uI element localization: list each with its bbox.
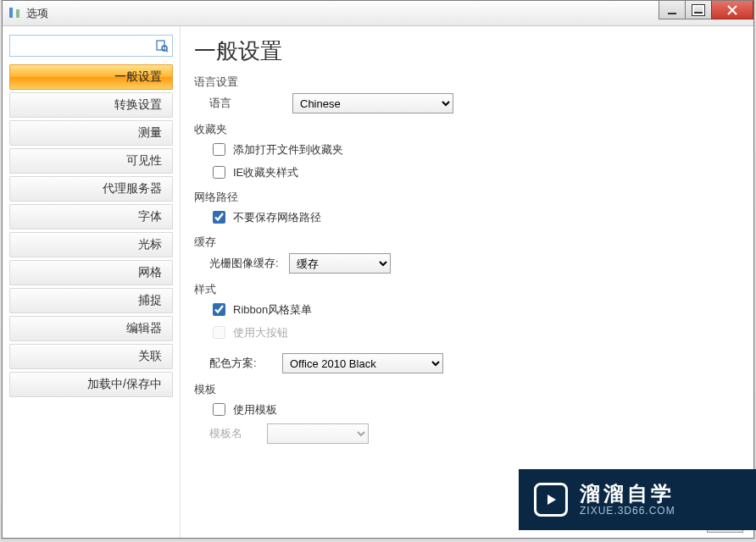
color-scheme-label: 配色方案: (209, 356, 275, 371)
sidebar-item-font[interactable]: 字体 (9, 204, 173, 230)
svg-rect-0 (157, 41, 164, 50)
raster-cache-select[interactable]: 缓存 (289, 253, 391, 274)
play-icon (534, 483, 568, 517)
search-icon[interactable] (153, 36, 171, 55)
svg-line-2 (166, 50, 168, 52)
group-label: 模板 (194, 382, 737, 397)
language-select[interactable]: Chinese (292, 93, 453, 113)
options-dialog: 选项 一般设置 转换设置 测量 可见性 代理服务器 字体 光标 网格 (2, 0, 754, 539)
sidebar-item-label: 网格 (138, 265, 162, 280)
group-label: 语言设置 (194, 75, 737, 90)
sidebar-item-snap[interactable]: 捕捉 (9, 288, 173, 313)
window-controls (659, 1, 753, 21)
add-recent-checkbox[interactable]: 添加打开文件到收藏夹 (209, 141, 737, 158)
group-cache: 缓存 光栅图像缓存: 缓存 (194, 235, 737, 274)
group-label: 缓存 (194, 235, 737, 250)
sidebar-item-general[interactable]: 一般设置 (9, 64, 173, 90)
sidebar-item-label: 加载中/保存中 (87, 377, 162, 392)
group-style: 样式 Ribbon风格菜单 使用大按钮 配色方案: Office 2010 Bl… (194, 282, 737, 373)
group-template: 模板 使用模板 模板名 (194, 382, 737, 444)
app-icon (8, 7, 21, 20)
color-scheme-select[interactable]: Office 2010 Black (282, 353, 443, 373)
ie-style-checkbox[interactable]: IE收藏夹样式 (209, 163, 737, 181)
content-panel: 一般设置 语言设置 语言 Chinese 收藏夹 添加打开文件到收藏夹 IE收藏… (181, 26, 753, 538)
sidebar-item-label: 捕捉 (138, 293, 162, 308)
minimize-button[interactable] (659, 1, 686, 19)
sidebar-item-cursor[interactable]: 光标 (9, 232, 173, 257)
titlebar[interactable]: 选项 (3, 1, 753, 26)
group-favorites: 收藏夹 添加打开文件到收藏夹 IE收藏夹样式 (194, 122, 737, 181)
template-name-select[interactable] (267, 423, 369, 444)
sidebar-item-label: 一般设置 (114, 69, 162, 85)
big-buttons-checkbox[interactable]: 使用大按钮 (209, 324, 737, 341)
sidebar-item-proxy[interactable]: 代理服务器 (9, 176, 173, 202)
raster-cache-label: 光栅图像缓存: (209, 256, 279, 271)
group-network: 网络路径 不要保存网络路径 (194, 190, 737, 226)
sidebar-item-editor[interactable]: 编辑器 (9, 316, 173, 341)
sidebar-item-label: 转换设置 (114, 97, 162, 113)
template-name-label: 模板名 (209, 426, 260, 441)
ribbon-checkbox[interactable]: Ribbon风格菜单 (209, 301, 737, 318)
sidebar: 一般设置 转换设置 测量 可见性 代理服务器 字体 光标 网格 捕捉 编辑器 关… (3, 26, 181, 538)
svg-marker-3 (548, 495, 556, 505)
group-label: 网络路径 (194, 190, 737, 205)
no-save-net-checkbox[interactable]: 不要保存网络路径 (209, 208, 737, 226)
page-title: 一般设置 (194, 36, 737, 66)
sidebar-item-label: 代理服务器 (103, 181, 162, 196)
sidebar-item-load-save[interactable]: 加载中/保存中 (9, 372, 173, 397)
sidebar-item-visibility[interactable]: 可见性 (9, 148, 173, 174)
sidebar-item-measure[interactable]: 测量 (9, 120, 173, 146)
watermark-title: 溜溜自学 (580, 483, 675, 505)
sidebar-item-label: 关联 (138, 349, 162, 364)
close-button[interactable] (711, 1, 753, 19)
group-label: 收藏夹 (194, 122, 737, 137)
window-title: 选项 (26, 6, 48, 21)
watermark-url: ZIXUE.3D66.COM (580, 506, 675, 517)
sidebar-item-assoc[interactable]: 关联 (9, 344, 173, 369)
sidebar-item-label: 可见性 (126, 153, 162, 169)
search-input[interactable] (9, 35, 173, 57)
sidebar-item-label: 字体 (138, 209, 162, 224)
sidebar-item-label: 测量 (138, 125, 162, 141)
sidebar-item-label: 光标 (138, 237, 162, 252)
watermark: 溜溜自学 ZIXUE.3D66.COM (519, 469, 756, 530)
sidebar-item-grid[interactable]: 网格 (9, 260, 173, 285)
language-label: 语言 (209, 96, 286, 111)
sidebar-item-label: 编辑器 (126, 321, 162, 336)
group-label: 样式 (194, 282, 737, 297)
sidebar-item-convert[interactable]: 转换设置 (9, 92, 173, 118)
maximize-button[interactable] (685, 1, 712, 19)
use-template-checkbox[interactable]: 使用模板 (209, 401, 737, 418)
group-language: 语言设置 语言 Chinese (194, 75, 737, 113)
